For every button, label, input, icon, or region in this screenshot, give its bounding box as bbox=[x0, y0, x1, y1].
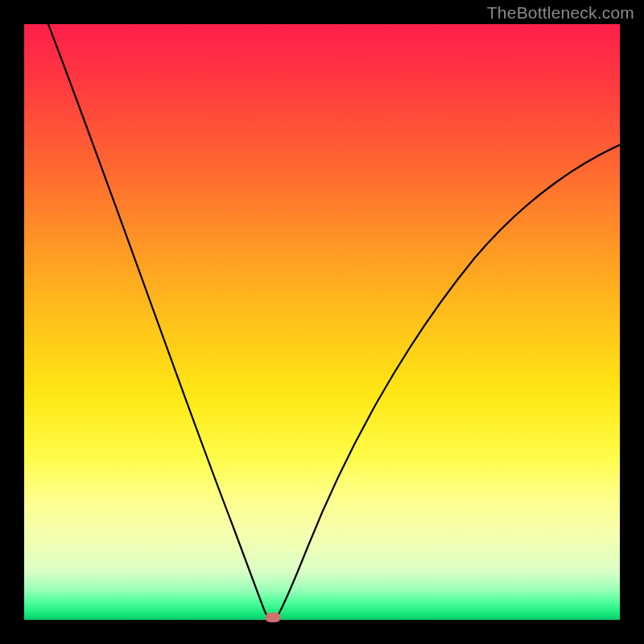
chart-frame: TheBottleneck.com bbox=[0, 0, 644, 644]
plot-area bbox=[24, 24, 620, 620]
valley-marker bbox=[266, 613, 281, 622]
curve-left-branch bbox=[48, 24, 270, 620]
watermark-text: TheBottleneck.com bbox=[487, 3, 634, 23]
curve-right-branch bbox=[275, 145, 620, 620]
bottleneck-curve bbox=[24, 24, 620, 620]
